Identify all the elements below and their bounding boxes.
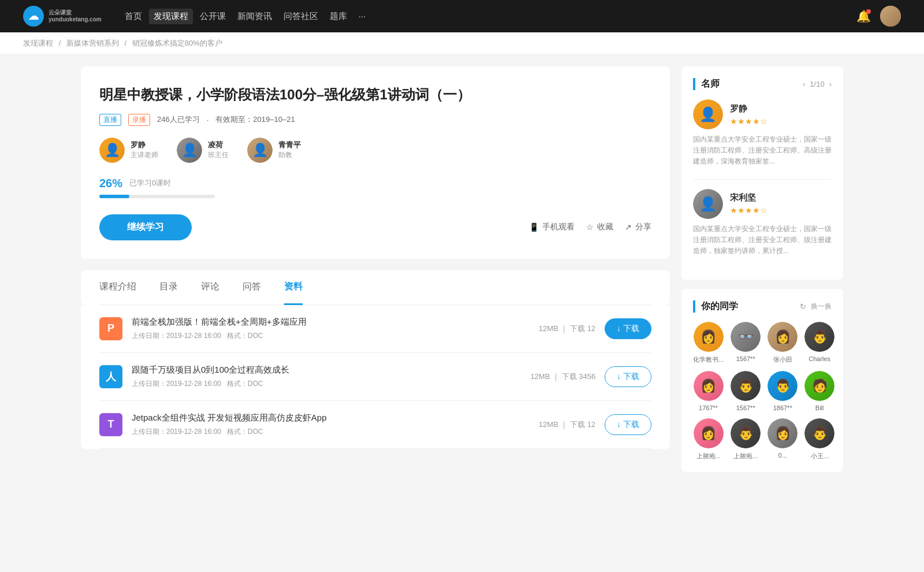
sidebar-teacher-0: 👤 罗静 ★★★★☆ 国内某重点大学安全工程专业硕士，国家一级注册消防工程师、注… [693, 99, 832, 168]
download-button-0[interactable]: ↓ 下载 [605, 318, 651, 339]
tabs-resources-container: 课程介绍目录评论问答资料 P 前端全栈加强版！前端全栈+全周期+多端应用 上传日… [81, 270, 670, 449]
resource-name-1: 跟随千万级项目从0到100全过程高效成长 [132, 365, 521, 376]
nav-items: 首页发现课程公开课新闻资讯问答社区题库··· [120, 9, 371, 24]
classmates-grid: 👩 化学教书... 👓 1567** 👩 张小田 👨 Charles 👩 176… [693, 322, 832, 460]
sidebar-teacher-avatar-1: 👤 [693, 189, 723, 219]
sidebar-teachers-card: 名师 ‹ 1/10 › 👤 罗静 ★★★★☆ 国内某重点大学安全工程专业硕士，国… [681, 66, 843, 280]
classmate-item-11[interactable]: 👨 小王... [804, 418, 834, 460]
resource-stats-0: 12MB ｜ 下载 12 [539, 324, 595, 334]
teacher-avatar-2: 👤 [247, 138, 273, 163]
classmate-item-5[interactable]: 👨 1567** [731, 371, 761, 411]
classmate-avatar-9: 👨 [731, 418, 761, 448]
classmate-item-8[interactable]: 👩 上脓疱... [693, 418, 724, 460]
classmate-name-0: 化学教书... [693, 355, 724, 364]
nav-item-6[interactable]: ··· [354, 9, 371, 24]
nav-item-2[interactable]: 公开课 [195, 9, 230, 24]
classmate-item-9[interactable]: 👨 上脓疱... [731, 418, 761, 460]
resource-item-1: 人 跟随千万级项目从0到100全过程高效成长 上传日期：2019-12-28 1… [99, 353, 651, 401]
tab-资料[interactable]: 资料 [284, 270, 303, 305]
teacher-name-0: 罗静 [131, 140, 158, 150]
download-button-1[interactable]: ↓ 下载 [605, 366, 651, 387]
classmate-avatar-5: 👨 [731, 371, 761, 401]
resource-info-1: 跟随千万级项目从0到100全过程高效成长 上传日期：2019-12-28 16:… [132, 365, 521, 389]
logo[interactable]: ☁ 云朵课堂 yunduoketang.com [23, 6, 102, 27]
tabs-nav-card: 课程介绍目录评论问答资料 [81, 270, 670, 305]
resource-name-2: Jetpack全组件实战 开发短视频应用高仿皮皮虾App [132, 413, 530, 424]
teacher-name-1: 凌荷 [208, 140, 229, 150]
refresh-icon: ↻ [800, 302, 806, 311]
classmate-avatar-11: 👨 [804, 418, 834, 448]
teachers-pagination: ‹ 1/10 › [803, 80, 832, 88]
resource-item-0: P 前端全栈加强版！前端全栈+全周期+多端应用 上传日期：2019-12-28 … [99, 305, 651, 353]
classmate-item-10[interactable]: 👩 0... [767, 418, 798, 460]
resource-icon-1: 人 [99, 365, 122, 388]
page-indicator: 1/10 [810, 80, 824, 88]
resource-list: P 前端全栈加强版！前端全栈+全周期+多端应用 上传日期：2019-12-28 … [81, 305, 670, 449]
resource-info-2: Jetpack全组件实战 开发短视频应用高仿皮皮虾App 上传日期：2019-1… [132, 413, 530, 437]
sidebar-teacher-name-1: 宋利坚 [730, 192, 767, 203]
resource-info-0: 前端全栈加强版！前端全栈+全周期+多端应用 上传日期：2019-12-28 16… [132, 317, 530, 341]
classmate-item-0[interactable]: 👩 化学教书... [693, 322, 724, 364]
nav-item-5[interactable]: 题库 [325, 9, 352, 24]
tab-目录[interactable]: 目录 [159, 270, 178, 305]
resource-meta-2: 上传日期：2019-12-28 16:00 格式：DOC [132, 427, 530, 437]
tab-课程介绍[interactable]: 课程介绍 [99, 270, 136, 305]
breadcrumb-link-3[interactable]: 销冠修炼术搞定80%的客户 [132, 39, 222, 47]
progress-header: 26% 已学习0课时 [99, 177, 651, 190]
refresh-button[interactable]: 换一换 [811, 302, 832, 311]
classmate-name-4: 1767** [693, 404, 724, 411]
mobile-watch-link[interactable]: 📱 手机观看 [529, 222, 575, 232]
course-title: 明星中教授课，小学阶段语法100分–强化级第1讲动词（一） [99, 85, 651, 105]
collect-link[interactable]: ☆ 收藏 [586, 222, 613, 232]
continue-button[interactable]: 继续学习 [99, 214, 192, 240]
bell-icon[interactable]: 🔔 [856, 9, 871, 23]
classmate-name-8: 上脓疱... [693, 452, 724, 460]
classmate-item-3[interactable]: 👨 Charles [804, 322, 834, 364]
tab-问答[interactable]: 问答 [243, 270, 261, 305]
classmate-avatar-4: 👩 [694, 371, 724, 401]
logo-icon: ☁ [23, 6, 44, 27]
sidebar-teacher-stars-1: ★★★★☆ [730, 206, 767, 215]
teacher-role-2: 助教 [278, 150, 301, 160]
classmate-avatar-10: 👩 [767, 418, 798, 448]
next-page-icon[interactable]: › [829, 80, 832, 88]
action-links: 📱 手机观看 ☆ 收藏 ↗ 分享 [529, 222, 651, 232]
classmate-name-10: 0... [767, 452, 798, 459]
logo-sub-text: yunduoketang.com [49, 16, 102, 23]
students-count: 246人已学习 [157, 114, 200, 125]
classmate-avatar-7: 🧑 [804, 371, 834, 401]
tab-评论[interactable]: 评论 [201, 270, 219, 305]
classmate-item-6[interactable]: 👨 1867** [767, 371, 798, 411]
sidebar-teacher-info-0: 罗静 ★★★★☆ [730, 103, 767, 126]
breadcrumb-link-2[interactable]: 新媒体营销系列 [66, 39, 119, 47]
classmate-name-9: 上脓疱... [731, 452, 761, 460]
classmate-name-5: 1567** [731, 404, 761, 411]
classmate-item-7[interactable]: 🧑 Bill [804, 371, 834, 411]
teacher-role-0: 主讲老师 [131, 150, 158, 160]
sidebar-teacher-stars-0: ★★★★☆ [730, 117, 767, 126]
classmate-item-1[interactable]: 👓 1567** [731, 322, 761, 364]
sidebar-teacher-header-0: 👤 罗静 ★★★★☆ [693, 99, 832, 129]
classmate-item-2[interactable]: 👩 张小田 [767, 322, 798, 364]
navbar-right: 🔔 [856, 6, 901, 27]
resource-icon-2: T [99, 413, 122, 436]
nav-item-4[interactable]: 问答社区 [279, 9, 323, 24]
user-avatar[interactable] [880, 6, 901, 27]
nav-item-1[interactable]: 发现课程 [149, 9, 193, 24]
breadcrumb-link-1[interactable]: 发现课程 [23, 39, 53, 47]
prev-page-icon[interactable]: ‹ [803, 80, 805, 88]
teacher-name-2: 青青平 [278, 140, 301, 150]
resource-icon-0: P [99, 317, 122, 340]
course-meta: 直播 录播 246人已学习 · 有效期至：2019–10–21 [99, 114, 651, 126]
classmate-item-4[interactable]: 👩 1767** [693, 371, 724, 411]
download-button-2[interactable]: ↓ 下载 [605, 414, 651, 435]
teachers-section: 👤 罗静 主讲老师 👤 凌荷 班主任 👤 青青平 助教 [99, 138, 651, 163]
nav-item-0[interactable]: 首页 [120, 9, 147, 24]
navbar: ☁ 云朵课堂 yunduoketang.com 首页发现课程公开课新闻资讯问答社… [0, 0, 924, 32]
share-link[interactable]: ↗ 分享 [625, 222, 651, 232]
sidebar-classmates-card: 你的同学 ↻ 换一换 👩 化学教书... 👓 1567** 👩 张小田 👨 Ch… [681, 289, 843, 472]
resource-meta-1: 上传日期：2019-12-28 16:00 格式：DOC [132, 379, 521, 389]
progress-section: 26% 已学习0课时 [99, 177, 651, 198]
nav-item-3[interactable]: 新闻资讯 [233, 9, 277, 24]
mobile-icon: 📱 [529, 222, 539, 232]
